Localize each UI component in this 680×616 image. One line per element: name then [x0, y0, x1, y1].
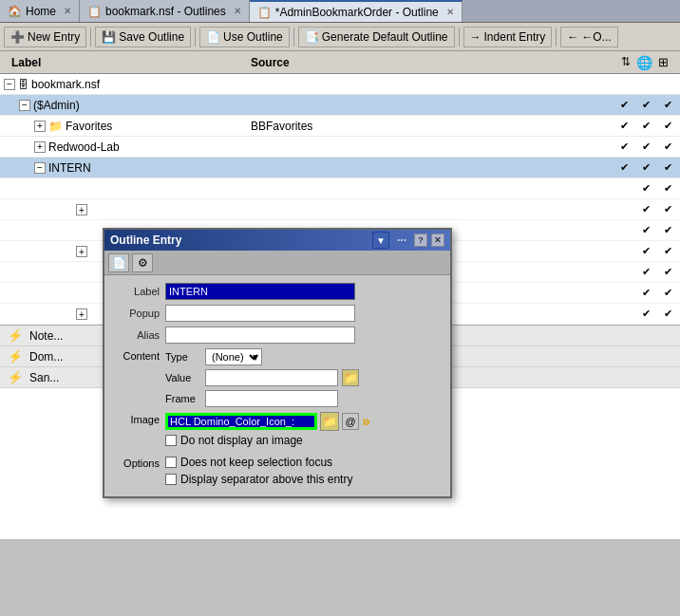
bolt-icon-1: ⚡: [8, 328, 23, 343]
frame-input[interactable]: [205, 390, 338, 407]
expand-btn-r7[interactable]: +: [76, 308, 87, 320]
redwood-expand-btn[interactable]: +: [34, 141, 46, 153]
favorites-label: + 📁 Favorites: [0, 120, 247, 133]
options-section: Options Does not keep selection focus Di…: [112, 456, 443, 489]
dialog-close-btn[interactable]: ✕: [431, 233, 444, 247]
redwood-checks: ✔ ✔ ✔: [620, 140, 680, 153]
popup-input[interactable]: [165, 305, 355, 322]
image-section-label: Image: [112, 412, 160, 425]
dialog-body: Label Popup Alias Content Type (None) No…: [104, 275, 450, 496]
new-entry-button[interactable]: ➕ New Entry: [4, 27, 86, 47]
no-focus-row: Does not keep selection focus: [165, 456, 443, 469]
admin-expand-btn[interactable]: −: [19, 100, 30, 111]
outline-root-label: − 🗄 bookmark.nsf: [0, 78, 247, 91]
label-input[interactable]: [165, 283, 355, 300]
generate-default-button[interactable]: 📑 Generate Default Outline: [298, 27, 455, 47]
favorites-row[interactable]: + 📁 Favorites BBFavorites ✔ ✔ ✔: [0, 116, 680, 137]
outline-entry-dialog: Outline Entry ▼ ··· ? ✕ 📄 ⚙ Label Popup: [103, 228, 452, 498]
dialog-dropdown-arrow[interactable]: ▼: [372, 232, 389, 249]
tab-home[interactable]: 🏠 Home ✕: [0, 0, 80, 22]
value-label: Value: [165, 372, 201, 383]
value-input[interactable]: [205, 369, 338, 386]
toolbar-sep-2: [195, 28, 196, 47]
content-section-label: Content: [112, 348, 160, 362]
toolbar-sep-3: [293, 28, 294, 47]
separator-row: Display separator above this entry: [165, 473, 443, 486]
sort-icon[interactable]: ⇅: [621, 55, 631, 70]
popup-field-label: Popup: [112, 308, 160, 319]
tab-admin-outline[interactable]: 📋 *AdminBookmarkOrder - Outline ✕: [250, 0, 463, 22]
extra-row-1-checks: ✔✔: [642, 182, 680, 195]
at-btn[interactable]: @: [342, 413, 359, 430]
tab-admin-close[interactable]: ✕: [446, 7, 454, 17]
root-expand-btn[interactable]: −: [4, 79, 15, 90]
expand-btn-r4[interactable]: +: [76, 246, 87, 257]
favorites-folder-icon: 📁: [48, 120, 63, 133]
grid-icon: ⊞: [658, 55, 669, 70]
dialog-tab-page[interactable]: 📄: [108, 253, 129, 272]
value-folder-btn[interactable]: 📁: [342, 369, 359, 386]
redwood-row[interactable]: + Redwood-Lab ✔ ✔ ✔: [0, 137, 680, 158]
expand-btn-r2[interactable]: +: [76, 204, 87, 215]
redwood-label: + Redwood-Lab: [0, 140, 247, 154]
dialog-title: Outline Entry: [110, 233, 372, 247]
admin-label-text: ($Admin): [33, 99, 80, 112]
use-outline-button[interactable]: 📄 Use Outline: [199, 27, 290, 47]
alias-field-label: Alias: [112, 329, 160, 341]
generate-icon: 📑: [305, 30, 319, 44]
db-icon: 🗄: [18, 79, 28, 90]
globe-icon: 🌐: [636, 55, 652, 70]
tab-home-close[interactable]: ✕: [64, 6, 71, 16]
admin-label: − ($Admin): [0, 99, 247, 112]
indent-entry-button[interactable]: → Indent Entry: [463, 27, 553, 47]
save-outline-button[interactable]: 💾 Save Outline: [95, 27, 191, 47]
column-header: Label Source ⇅ 🌐 ⊞: [0, 51, 680, 74]
indent-icon: →: [470, 30, 482, 44]
intern-checks: ✔ ✔ ✔: [620, 161, 680, 174]
do-not-display-row: Do not display an image: [165, 434, 443, 447]
type-row: Type (None) Note Action Link ▼: [165, 348, 443, 365]
image-section: Image 📁 @ » Do not display an image: [112, 412, 443, 450]
dialog-help-btn[interactable]: ?: [414, 233, 427, 247]
extra-row-2: + ✔✔: [0, 199, 680, 220]
content-section: Content Type (None) Note Action Link ▼ V…: [112, 348, 443, 407]
outdent-entry-button[interactable]: ← ←O...: [560, 27, 617, 47]
favorites-checks: ✔ ✔ ✔: [620, 120, 680, 132]
tab-bookmark-outlines[interactable]: 📋 bookmark.nsf - Outlines ✕: [80, 0, 250, 22]
intern-label: − INTERN: [0, 161, 247, 175]
dialog-titlebar: Outline Entry ▼ ··· ? ✕: [104, 230, 450, 251]
do-not-display-checkbox[interactable]: [165, 435, 177, 446]
outdent-icon: ←: [567, 30, 578, 44]
type-select[interactable]: (None) Note Action Link: [205, 348, 262, 365]
fav-expand-btn[interactable]: +: [34, 121, 46, 132]
image-input[interactable]: [165, 413, 317, 430]
alias-input[interactable]: [165, 327, 355, 344]
toolbar-sep-1: [90, 28, 91, 47]
outline-icon-1: 📋: [87, 5, 102, 18]
admin-row[interactable]: − ($Admin) ✔ ✔ ✔: [0, 95, 680, 116]
save-icon: 💾: [102, 30, 116, 44]
type-label: Type: [165, 351, 201, 363]
image-folder-btn[interactable]: 📁: [320, 412, 339, 431]
frame-row: Frame: [165, 390, 443, 407]
extra-row-1: ✔✔: [0, 178, 680, 199]
intern-row[interactable]: − INTERN ✔ ✔ ✔: [0, 158, 680, 178]
toolbar-sep-5: [556, 28, 557, 47]
intern-expand-btn[interactable]: −: [34, 162, 46, 174]
settings-icon: ⚙: [138, 256, 148, 270]
tab-bookmark-close[interactable]: ✕: [234, 6, 241, 16]
new-entry-icon: ➕: [10, 30, 25, 44]
options-section-label: Options: [112, 456, 160, 469]
label-field-label: Label: [112, 286, 160, 297]
dialog-title-controls: ▼ ··· ? ✕: [372, 232, 444, 249]
tab-bar: 🏠 Home ✕ 📋 bookmark.nsf - Outlines ✕ 📋 *…: [0, 0, 680, 23]
image-input-row: 📁 @ »: [165, 412, 443, 431]
frame-label: Frame: [165, 393, 201, 404]
toolbar-sep-4: [459, 28, 460, 47]
dialog-tab-settings[interactable]: ⚙: [132, 253, 153, 272]
popup-row: Popup: [112, 305, 443, 322]
separator-checkbox[interactable]: [165, 474, 177, 485]
admin-checks: ✔ ✔ ✔: [620, 99, 680, 111]
toolbar: ➕ New Entry 💾 Save Outline 📄 Use Outline…: [0, 23, 680, 51]
no-focus-checkbox[interactable]: [165, 457, 177, 468]
